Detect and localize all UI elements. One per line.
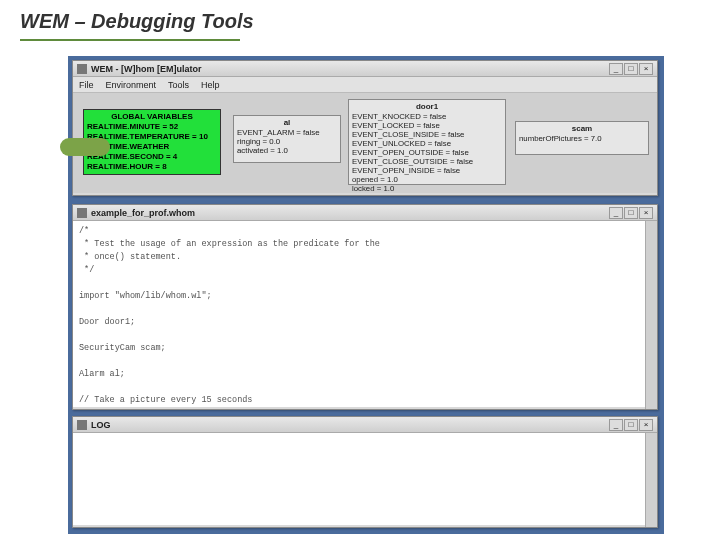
- close-button[interactable]: ×: [639, 419, 653, 431]
- title-underline: [20, 39, 240, 41]
- log-title: LOG: [91, 420, 609, 430]
- decorative-accent: [60, 138, 110, 156]
- object-prop: ringing = 0.0: [237, 137, 337, 146]
- object-prop: locked = 1.0: [352, 184, 502, 193]
- object-prop: numberOfPictures = 7.0: [519, 134, 645, 143]
- window-controls: _ □ ×: [609, 419, 653, 431]
- scrollbar-vertical[interactable]: [645, 221, 657, 409]
- svg-rect-1: [77, 208, 87, 218]
- code-editor[interactable]: /* * Test the usage of an expression as …: [73, 221, 657, 407]
- object-prop: EVENT_KNOCKED = false: [352, 112, 502, 121]
- file-icon: [77, 208, 87, 218]
- log-icon: [77, 420, 87, 430]
- object-panel-al[interactable]: al EVENT_ALARM = false ringing = 0.0 act…: [233, 115, 341, 163]
- object-prop: EVENT_ALARM = false: [237, 128, 337, 137]
- object-prop: EVENT_OPEN_OUTSIDE = false: [352, 148, 502, 157]
- object-panel-scam[interactable]: scam numberOfPictures = 7.0: [515, 121, 649, 155]
- wem-title: WEM - [W]hom [EM]ulator: [91, 64, 609, 74]
- desktop-area: WEM - [W]hom [EM]ulator _ □ × File Envir…: [68, 56, 664, 534]
- window-controls: _ □ ×: [609, 63, 653, 75]
- wem-titlebar[interactable]: WEM - [W]hom [EM]ulator _ □ ×: [73, 61, 657, 77]
- minimize-button[interactable]: _: [609, 63, 623, 75]
- object-prop: EVENT_UNLOCKED = false: [352, 139, 502, 148]
- global-var: REALTIME.MINUTE = 52: [87, 122, 217, 132]
- log-titlebar[interactable]: LOG _ □ ×: [73, 417, 657, 433]
- menu-tools[interactable]: Tools: [168, 80, 189, 90]
- menu-help[interactable]: Help: [201, 80, 220, 90]
- svg-rect-0: [77, 64, 87, 74]
- object-name: al: [237, 118, 337, 127]
- object-prop: activated = 1.0: [237, 146, 337, 155]
- variables-area: GLOBAL VARIABLES REALTIME.MINUTE = 52 RE…: [73, 93, 657, 193]
- minimize-button[interactable]: _: [609, 207, 623, 219]
- maximize-button[interactable]: □: [624, 207, 638, 219]
- editor-titlebar[interactable]: example_for_prof.whom _ □ ×: [73, 205, 657, 221]
- scrollbar-vertical[interactable]: [645, 433, 657, 527]
- object-prop: EVENT_LOCKED = false: [352, 121, 502, 130]
- log-window: LOG _ □ ×: [72, 416, 658, 528]
- menu-environment[interactable]: Environment: [106, 80, 157, 90]
- minimize-button[interactable]: _: [609, 419, 623, 431]
- app-icon: [77, 64, 87, 74]
- wem-emulator-window: WEM - [W]hom [EM]ulator _ □ × File Envir…: [72, 60, 658, 196]
- object-prop: opened = 1.0: [352, 175, 502, 184]
- svg-rect-2: [77, 420, 87, 430]
- menu-file[interactable]: File: [79, 80, 94, 90]
- maximize-button[interactable]: □: [624, 63, 638, 75]
- globals-header: GLOBAL VARIABLES: [87, 112, 217, 122]
- object-name: scam: [519, 124, 645, 133]
- window-controls: _ □ ×: [609, 207, 653, 219]
- editor-filename: example_for_prof.whom: [91, 208, 609, 218]
- close-button[interactable]: ×: [639, 63, 653, 75]
- object-prop: EVENT_CLOSE_INSIDE = false: [352, 130, 502, 139]
- object-prop: EVENT_CLOSE_OUTSIDE = false: [352, 157, 502, 166]
- editor-window: example_for_prof.whom _ □ × /* * Test th…: [72, 204, 658, 410]
- object-panel-door1[interactable]: door1 EVENT_KNOCKED = false EVENT_LOCKED…: [348, 99, 506, 185]
- slide-title: WEM – Debugging Tools: [0, 0, 720, 39]
- global-var: REALTIME.HOUR = 8: [87, 162, 217, 172]
- log-content[interactable]: [73, 433, 657, 525]
- object-prop: EVENT_OPEN_INSIDE = false: [352, 166, 502, 175]
- object-name: door1: [352, 102, 502, 111]
- maximize-button[interactable]: □: [624, 419, 638, 431]
- menu-bar: File Environment Tools Help: [73, 77, 657, 93]
- close-button[interactable]: ×: [639, 207, 653, 219]
